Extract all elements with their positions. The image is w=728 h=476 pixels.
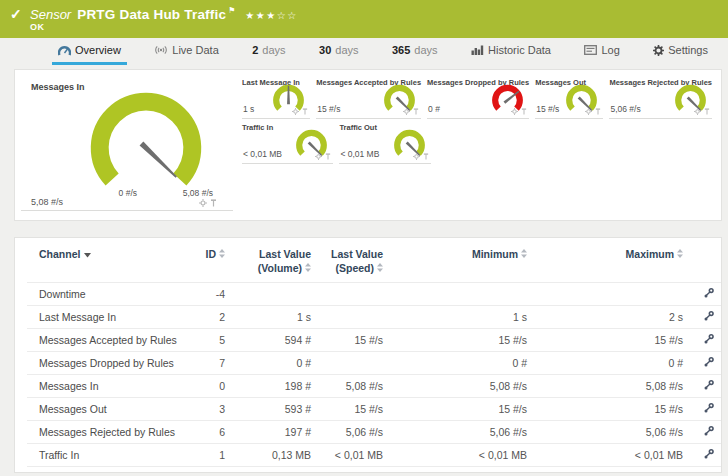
log-icon [584, 45, 597, 55]
main-gauge [87, 89, 205, 190]
gear-icon [653, 45, 664, 56]
gauge-pin-icon[interactable] [423, 153, 429, 160]
table-row[interactable]: Downtime -4 [27, 283, 722, 306]
channel-last-value-volume: 198 # [225, 375, 311, 398]
gauge-current-value: 15 #/s [536, 104, 559, 114]
gauge-settings-gear-icon[interactable] [403, 108, 410, 115]
table-header-row: Channel ID Last Value (Volume) Last Valu… [27, 238, 722, 283]
col-header-channel[interactable]: Channel [27, 238, 177, 283]
gauge-pin-icon[interactable] [302, 108, 308, 115]
channel-id: 3 [177, 398, 225, 421]
sort-icon [377, 262, 383, 276]
channel-settings-wrench-icon[interactable] [703, 448, 715, 460]
table-row[interactable]: Traffic In 1 0,13 MB < 0,01 MB < 0,01 MB… [27, 444, 722, 467]
gauge-settings-gear-icon[interactable] [199, 199, 207, 207]
small-gauge-tile[interactable]: Traffic Out < 0,01 MB [339, 121, 430, 164]
sensor-header: ✓ SensorPRTG Data Hub Traffic⚑★★★☆☆ OK [0, 0, 728, 38]
channel-name: Traffic In [27, 444, 177, 467]
channel-last-value-volume: 0 # [225, 352, 311, 375]
channel-id: 0 [177, 375, 225, 398]
gauge-pin-icon[interactable] [210, 199, 217, 207]
table-row[interactable]: Messages In 0 198 # 5,08 #/s 5,08 #/s 5,… [27, 375, 722, 398]
tab-number: 30 [319, 44, 331, 56]
small-gauge-tile[interactable]: Messages Rejected by Rules 5,06 #/s [609, 76, 712, 119]
channel-id: 4 [177, 467, 225, 473]
channel-maximum: < 0,01 MB [527, 467, 683, 473]
gauge-settings-gear-icon[interactable] [585, 108, 592, 115]
table-row[interactable]: Messages Accepted by Rules 5 594 # 15 #/… [27, 329, 722, 352]
channel-maximum: 5,06 #/s [527, 421, 683, 444]
channel-settings-wrench-icon[interactable] [703, 402, 715, 414]
channel-last-value-speed: 5,08 #/s [311, 375, 383, 398]
channel-minimum: 15 #/s [383, 398, 527, 421]
channel-last-value-speed: 15 #/s [311, 329, 383, 352]
caret-down-icon [84, 248, 91, 262]
tab-overview[interactable]: Overview [52, 44, 127, 65]
col-header-minimum[interactable]: Minimum [383, 238, 527, 283]
table-row[interactable]: Messages Out 3 593 # 15 #/s 15 #/s 15 #/… [27, 398, 722, 421]
gauge-settings-gear-icon[interactable] [292, 108, 299, 115]
channel-settings-wrench-icon[interactable] [703, 310, 715, 322]
tab-settings[interactable]: Settings [647, 44, 714, 65]
col-header-id[interactable]: ID [177, 238, 225, 283]
tab-historic-data[interactable]: Historic Data [465, 44, 557, 65]
channel-settings-wrench-icon[interactable] [703, 379, 715, 391]
small-gauge-tile[interactable]: Messages Out 15 #/s [535, 76, 603, 119]
gauges-panel: Messages In 0 #/s 5,08 #/s 5,08 #/s [14, 69, 722, 221]
small-gauge-tile[interactable]: Messages Dropped by Rules 0 # [427, 76, 529, 119]
gauge-pin-icon[interactable] [704, 108, 710, 115]
sensor-title: PRTG Data Hub Traffic [77, 7, 226, 22]
channel-settings-wrench-icon[interactable] [703, 471, 715, 473]
channel-settings-wrench-icon[interactable] [703, 333, 715, 345]
tab-label: Live Data [172, 44, 218, 56]
channel-name: Messages Accepted by Rules [27, 329, 177, 352]
channel-settings-wrench-icon[interactable] [703, 425, 715, 437]
tab-2-days[interactable]: 2 days [246, 44, 291, 65]
gauge-settings-gear-icon[interactable] [511, 108, 518, 115]
gauge-settings-gear-icon[interactable] [413, 153, 420, 160]
col-header-last-value-volume[interactable]: Last Value (Volume) [225, 238, 311, 283]
channel-id: 6 [177, 421, 225, 444]
tab-number: 2 [252, 44, 258, 56]
channel-last-value-volume [225, 283, 311, 306]
col-header-last-value-speed[interactable]: Last Value (Speed) [311, 238, 383, 283]
gauge-pin-icon[interactable] [325, 153, 331, 160]
table-row[interactable]: Messages Rejected by Rules 6 197 # 5,06 … [27, 421, 722, 444]
table-row[interactable]: Last Message In 2 1 s 1 s 2 s [27, 306, 722, 329]
tab-bar: Overview Live Data 2 days 30 days 365 da… [0, 38, 728, 65]
table-row[interactable]: Messages Dropped by Rules 7 0 # 0 # 0 # [27, 352, 722, 375]
channel-id: 5 [177, 329, 225, 352]
flag-icon[interactable]: ⚑ [228, 6, 235, 15]
gauge-current-value: 15 #/s [317, 104, 340, 114]
gauge-settings-gear-icon[interactable] [315, 153, 322, 160]
main-gauge-tile[interactable]: Messages In 0 #/s 5,08 #/s 5,08 #/s [21, 76, 233, 211]
channel-minimum [383, 283, 527, 306]
tab-live-data[interactable]: Live Data [148, 44, 224, 65]
gauge-pin-icon[interactable] [413, 108, 419, 115]
channel-maximum: 15 #/s [527, 329, 683, 352]
gauge-pin-icon[interactable] [521, 108, 527, 115]
channel-name: Last Message In [27, 306, 177, 329]
channel-table-panel: Channel ID Last Value (Volume) Last Valu… [14, 237, 722, 473]
gauge-scale-max: 5,08 #/s [153, 188, 213, 198]
channel-name: Downtime [27, 283, 177, 306]
small-gauge-tile[interactable]: Last Message In 1 s [242, 76, 310, 119]
priority-stars[interactable]: ★★★☆☆ [245, 10, 297, 21]
channel-last-value-speed: < 0,01 MB [311, 467, 383, 473]
table-row[interactable]: Traffic Out 4 0,39 MB < 0,01 MB < 0,01 M… [27, 467, 722, 473]
gauge-settings-gear-icon[interactable] [694, 108, 701, 115]
tab-365-days[interactable]: 365 days [386, 44, 444, 65]
tab-label: Overview [75, 44, 121, 56]
tab-30-days[interactable]: 30 days [313, 44, 365, 65]
small-gauge-tile[interactable]: Traffic In < 0,01 MB [242, 121, 333, 164]
small-gauge-tile[interactable]: Messages Accepted by Rules 15 #/s [316, 76, 421, 119]
channel-settings-wrench-icon[interactable] [703, 356, 715, 368]
gauge-scale-min: 0 #/s [87, 188, 137, 198]
col-header-maximum[interactable]: Maximum [527, 238, 683, 283]
channel-id: 2 [177, 306, 225, 329]
channel-maximum [527, 283, 683, 306]
channel-settings-wrench-icon[interactable] [703, 287, 715, 299]
col-header-actions [683, 238, 722, 283]
gauge-pin-icon[interactable] [595, 108, 601, 115]
tab-log[interactable]: Log [578, 44, 625, 65]
